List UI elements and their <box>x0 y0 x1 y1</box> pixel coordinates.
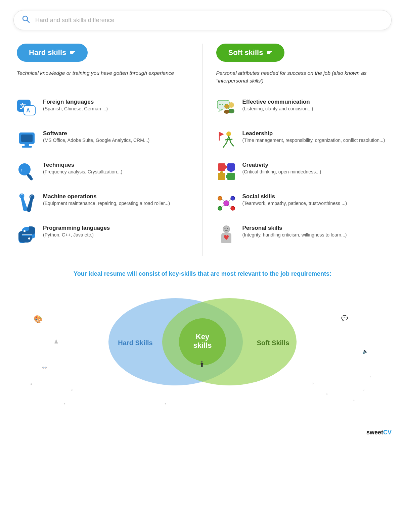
deco-circle1: ○ <box>326 392 328 396</box>
deco-glasses: 👓 <box>42 365 47 370</box>
leadership-text: Leadership (Time management, responsibil… <box>242 130 389 143</box>
deco-dot2: ✕ <box>71 389 73 392</box>
venn-hard-label: Hard Skills <box>118 339 152 347</box>
svg-text:skills: skills <box>193 341 212 350</box>
foreign-languages-icon: 文 A <box>17 99 37 119</box>
social-skills-title: Social skills <box>242 193 389 200</box>
skill-item-programming: Programming languages (Python, C++, Java… <box>17 225 189 245</box>
svg-rect-7 <box>21 135 33 142</box>
communication-title: Effective communication <box>242 99 389 105</box>
skill-item-leadership: Leadership (Time management, responsibil… <box>216 130 389 150</box>
machine-operations-icon <box>17 193 37 213</box>
skill-item-social: Social skills (Teamwork, empathy, patien… <box>216 193 389 213</box>
communication-text: Effective communication (Listening, clar… <box>242 99 389 111</box>
search-bar[interactable]: Hard and soft skills difference <box>13 10 392 30</box>
svg-line-43 <box>228 199 231 202</box>
skill-item-techniques: ↑↓ Techniques (Frequency analysis, Cryst… <box>17 162 189 182</box>
svg-text:↑↓: ↑↓ <box>20 167 25 172</box>
software-title: Software <box>43 130 189 137</box>
communication-subtitle: (Listening, clarity and concision...) <box>242 106 389 111</box>
search-icon <box>22 15 30 25</box>
svg-point-13 <box>28 175 32 178</box>
svg-point-36 <box>226 175 229 178</box>
svg-point-41 <box>231 206 235 210</box>
svg-point-23 <box>219 104 221 105</box>
personal-skills-subtitle: (Integrity, handling criticism, willingn… <box>242 232 389 237</box>
search-bar-container: Hard and soft skills difference <box>0 0 405 37</box>
two-col-layout: Hard skills ☛ Technical knowledge or tra… <box>17 44 388 256</box>
skill-item-machine-operations: Machine operations (Equipment maintenanc… <box>17 193 189 213</box>
svg-line-44 <box>222 205 224 207</box>
deco-dot4: ● <box>165 402 166 405</box>
svg-point-16 <box>24 230 26 232</box>
svg-point-19 <box>229 102 234 108</box>
programming-text: Programming languages (Python, C++, Java… <box>43 225 189 237</box>
foreign-languages-subtitle: (Spanish, Chinese, German ...) <box>43 106 189 111</box>
svg-point-20 <box>228 109 234 113</box>
venn-svg: Hard Skills Soft Skills Key skills ⬆ ✦ <box>85 291 320 392</box>
cursor-icon-soft: ☛ <box>266 49 272 57</box>
svg-point-26 <box>226 131 231 136</box>
svg-point-25 <box>225 104 226 105</box>
svg-rect-9 <box>22 146 32 148</box>
techniques-text: Techniques (Frequency analysis, Crystall… <box>43 162 189 174</box>
leadership-icon <box>216 130 236 150</box>
personal-skills-text: Personal skills (Integrity, handling cri… <box>242 225 389 237</box>
svg-point-30 <box>224 165 227 169</box>
social-skills-subtitle: (Teamwork, empathy, patience, trustworth… <box>242 201 389 206</box>
svg-line-42 <box>222 199 224 202</box>
venn-diagram-area: 🎨 ♟ 👓 ● ✕ ● ● ✕ 💬 🔈 ○ + + ✕ Hard Skills <box>24 288 381 416</box>
techniques-icon: ↑↓ <box>17 162 37 182</box>
social-skills-text: Social skills (Teamwork, empathy, patien… <box>242 193 389 206</box>
skill-item-foreign-languages: 文 A Foreign languages (Spanish, Chinese,… <box>17 99 189 119</box>
techniques-subtitle: (Frequency analysis, Crystallization...) <box>43 169 189 174</box>
main-content: Hard skills ☛ Technical knowledge or tra… <box>0 37 405 426</box>
svg-text:A: A <box>26 108 30 113</box>
software-text: Software (MS Office, Adobe Suite, Google… <box>43 130 189 143</box>
foreign-languages-text: Foreign languages (Spanish, Chinese, Ger… <box>43 99 189 111</box>
hard-skills-description: Technical knowledge or training you have… <box>17 69 189 89</box>
venn-soft-label: Soft Skills <box>257 339 289 347</box>
creativity-icon <box>216 162 236 182</box>
personal-skills-title: Personal skills <box>242 225 389 231</box>
svg-point-34 <box>220 171 223 174</box>
svg-rect-8 <box>25 144 29 146</box>
soft-skills-column: Soft skills ☛ Personal attributes needed… <box>203 44 389 256</box>
venn-title: Your ideal resume will consist of key-sk… <box>24 270 381 278</box>
svg-point-24 <box>222 104 223 105</box>
soft-skills-label: Soft skills <box>228 48 263 57</box>
skill-item-personal: Personal skills (Integrity, handling cri… <box>216 225 389 245</box>
foreign-languages-title: Foreign languages <box>43 99 189 105</box>
personal-skills-icon <box>216 225 236 245</box>
svg-point-46 <box>223 226 230 232</box>
soft-skills-badge: Soft skills ☛ <box>216 44 285 62</box>
skill-item-software: Software (MS Office, Adobe Suite, Google… <box>17 130 189 150</box>
soft-skills-description: Personal attributes needed for success o… <box>216 69 389 89</box>
svg-point-48 <box>227 228 228 229</box>
deco-plus1: + <box>353 399 355 402</box>
creativity-title: Creativity <box>242 162 389 168</box>
software-icon <box>17 130 37 150</box>
machine-operations-subtitle: (Equipment maintenance, repairing, opera… <box>43 201 189 206</box>
deco-dot1: ● <box>30 382 32 386</box>
svg-text:Key: Key <box>196 332 210 341</box>
leadership-title: Leadership <box>242 130 389 137</box>
search-placeholder: Hard and soft skills difference <box>35 17 115 24</box>
programming-title: Programming languages <box>43 225 189 231</box>
hard-skills-badge: Hard skills ☛ <box>17 44 88 62</box>
skill-item-communication: Effective communication (Listening, clar… <box>216 99 389 119</box>
cv-text: CV <box>383 429 392 436</box>
deco-palette: 🎨 <box>34 315 43 324</box>
svg-line-45 <box>228 205 231 207</box>
deco-chat: 💬 <box>341 315 348 321</box>
deco-dot3: ● <box>64 402 65 405</box>
svg-point-38 <box>218 196 222 200</box>
svg-point-40 <box>218 206 222 210</box>
software-subtitle: (MS Office, Adobe Suite, Google Analytic… <box>43 138 189 143</box>
machine-operations-title: Machine operations <box>43 193 189 200</box>
social-skills-icon <box>216 193 236 213</box>
programming-icon <box>17 225 37 245</box>
creativity-subtitle: (Critical thinking, open-mindedness...) <box>242 169 389 174</box>
svg-point-32 <box>229 169 233 172</box>
soft-skills-header: Soft skills ☛ <box>216 44 389 62</box>
